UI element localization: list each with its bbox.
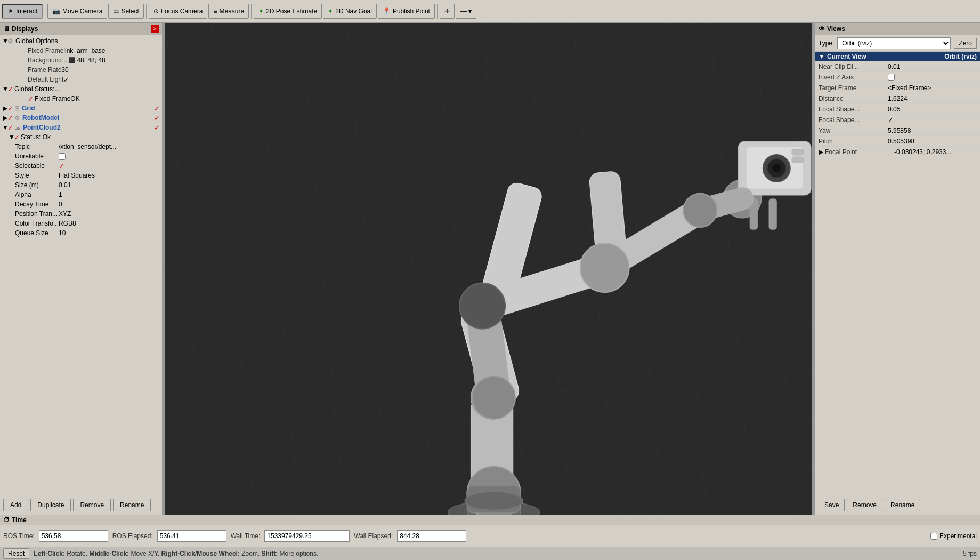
fixed-frame-label: Fixed Frame [0,47,63,54]
default-light-row: Default Light ✓ [0,75,162,84]
size-value[interactable]: 0.01 [59,181,160,189]
unreliable-label: Unreliable [0,153,59,160]
frame-rate-value[interactable]: 30 [61,66,160,74]
alpha-value[interactable]: 1 [59,191,160,198]
invert-z-checkbox[interactable] [888,74,895,81]
select-button[interactable]: ▭ Select [108,4,143,19]
pointcloud2-label: PointCloud2 [23,124,154,131]
nav-goal-button[interactable]: ✦ 2D Nav Goal [323,4,377,19]
yaw-value[interactable]: 5.95858 [888,127,977,134]
experimental-checkbox[interactable] [930,533,937,540]
left-panel: 🖥 Displays ✕ ▼ ⚙ Global Options Fixed Fr… [0,23,163,515]
focus-camera-button[interactable]: ⊙ Focus Camera [149,4,208,19]
grid-row[interactable]: ▶ ✓ ⊞ Grid ✓ [0,103,162,113]
focus-icon: ⊙ [153,7,159,15]
toolbar-separator-3 [251,4,252,19]
pointcloud2-status-label: Status: Ok [21,133,160,141]
focal-shape2-row: Focal Shape... ✓ [815,115,980,125]
near-clip-value[interactable]: 0.01 [888,63,977,70]
focal-point-expand-icon: ▶ [819,148,825,156]
views-rename-button[interactable]: Rename [885,499,920,511]
background-label: Background ... [0,57,69,64]
queue-value[interactable]: 10 [59,229,160,237]
style-value[interactable]: Flat Squares [59,172,160,179]
near-clip-row: Near Clip Di... 0.01 [815,61,980,72]
views-save-button[interactable]: Save [819,499,845,511]
current-view-label: Current View [827,53,866,60]
move-camera-button[interactable]: 📷 Move Camera [47,4,107,19]
pose-estimate-button[interactable]: ✦ 2D Pose Estimate [254,4,322,19]
toolbar: 🖱 Interact 📷 Move Camera ▭ Select ⊙ Focu… [0,0,980,23]
topic-row: Topic /xtion_sensor/dept... [0,142,162,151]
default-light-label: Default Light [0,76,63,83]
displays-icon: 🖥 [3,25,10,33]
pointcloud2-status-check-icon: ✓ [14,133,20,141]
background-color-swatch [69,57,75,63]
background-color-value[interactable]: 48; 48; 48 [77,57,160,64]
displays-tree[interactable]: ▼ ⚙ Global Options Fixed Frame link_arm_… [0,35,162,447]
unreliable-checkbox[interactable] [59,153,66,160]
pitch-value[interactable]: 0.505398 [888,138,977,145]
pointcloud2-status-row[interactable]: ▼ ✓ Status: Ok [0,132,162,142]
invert-z-row: Invert Z Axis [815,72,980,83]
current-view-section[interactable]: ▼ Current View Orbit (rviz) [815,52,980,61]
publish-point-button[interactable]: 📍 Publish Point [378,4,435,19]
duplicate-button[interactable]: Duplicate [30,499,71,511]
views-type-select[interactable]: Orbit (rviz) [837,37,951,49]
ros-time-input[interactable]: 536.58 [39,530,108,542]
color-label: Color Transfo... [0,220,59,227]
decay-value[interactable]: 0 [59,201,160,208]
color-value[interactable]: RGB8 [59,220,160,227]
measure-button[interactable]: ≡ Measure [208,4,249,19]
bottom-area: ⏱ Time ROS Time: 536.58 ROS Elapsed: Wal… [0,515,980,560]
grid-enabled-icon: ✓ [154,105,160,113]
pointcloud2-enabled-icon: ✓ [154,124,160,132]
fixed-frame-value[interactable]: link_arm_base [63,47,160,54]
global-options-row[interactable]: ▼ ⚙ Global Options [0,36,162,46]
wall-elapsed-input[interactable] [397,530,466,542]
yaw-label: Yaw [819,127,888,134]
position-value[interactable]: XYZ [59,210,160,218]
wall-time-input[interactable] [264,530,350,542]
global-options-collapse-icon: ▼ [2,37,7,45]
interact-icon: 🖱 [7,7,14,15]
views-type-row: Type: Orbit (rviz) Zero [815,35,980,52]
displays-close-button[interactable]: ✕ [151,25,159,33]
svg-point-17 [772,164,781,173]
global-status-row[interactable]: ▼ ✓ Global Status:... [0,84,162,94]
focal-shape1-value[interactable]: 0.05 [888,106,977,113]
topic-value[interactable]: /xtion_sensor/dept... [59,143,160,150]
selectable-value[interactable]: ✓ [59,162,64,170]
interact-button[interactable]: 🖱 Interact [2,4,43,19]
default-light-value[interactable]: ✓ [63,76,160,84]
views-remove-button[interactable]: Remove [847,499,882,511]
more-button[interactable]: — ▾ [456,4,476,19]
views-zero-button[interactable]: Zero [954,38,977,49]
grid-icon: ⊞ [14,105,20,112]
select-label: Select [121,7,139,15]
pitch-row: Pitch 0.505398 [815,136,980,147]
distance-value[interactable]: 1.6224 [888,95,977,102]
wall-time-label: Wall Time: [231,532,261,540]
focal-point-value[interactable]: -0.030243; 0.2933... [894,148,977,156]
reset-button[interactable]: Reset [3,548,29,559]
ros-elapsed-input[interactable] [157,530,226,542]
status-bar: Reset Left-Click: Rotate. Middle-Click: … [0,547,980,560]
viewport-3d[interactable] [165,23,815,515]
grid-check-icon: ✓ [7,105,13,113]
focal-shape2-value[interactable]: ✓ [888,116,977,124]
rename-display-button[interactable]: Rename [113,499,151,511]
style-label: Style [0,172,59,179]
remove-display-button[interactable]: Remove [73,499,111,511]
fixed-frame-status-label: Fixed Frame [35,95,70,102]
current-view-collapse-icon: ▼ [819,53,825,60]
robot-arm-svg [165,23,815,515]
target-frame-value[interactable]: <Fixed Frame> [888,84,977,92]
add-button[interactable]: Add [3,499,28,511]
pointcloud2-row[interactable]: ▼ ✓ ☁ PointCloud2 ✓ [0,123,162,132]
extra-button[interactable]: ✛ [440,4,455,19]
experimental-label: Experimental [939,532,977,540]
selectable-label: Selectable [0,162,59,170]
robot-model-row[interactable]: ▶ ✓ ⚙ RobotModel ✓ [0,113,162,123]
right-resize-handle[interactable] [812,23,815,515]
